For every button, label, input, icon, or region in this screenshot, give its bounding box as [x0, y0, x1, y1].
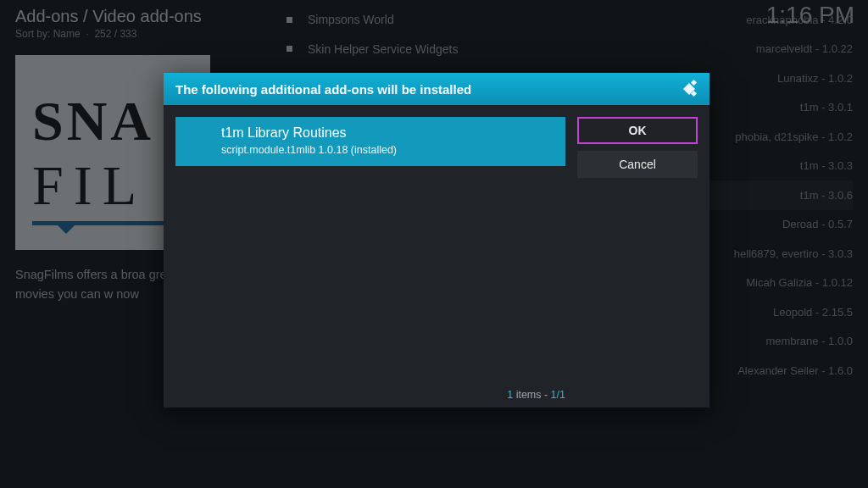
dialog-footer: 1 items - 1/1	[507, 389, 565, 401]
dependencies-dialog: The following additional add-ons will be…	[164, 73, 709, 408]
footer-items-label: items -	[513, 389, 550, 401]
ok-button[interactable]: OK	[577, 117, 698, 144]
dependency-detail: script.module.t1mlib 1.0.18 (installed)	[221, 144, 552, 156]
footer-page: 1/1	[551, 389, 565, 401]
cancel-button[interactable]: Cancel	[577, 151, 698, 178]
dialog-body: t1m Library Routines script.module.t1mli…	[164, 105, 709, 408]
dependency-list: t1m Library Routines script.module.t1mli…	[164, 105, 577, 408]
kodi-logo-icon	[681, 80, 698, 97]
dialog-buttons: OK Cancel	[577, 105, 709, 408]
dialog-header: The following additional add-ons will be…	[164, 73, 709, 105]
dialog-title: The following additional add-ons will be…	[175, 82, 681, 97]
dependency-name: t1m Library Routines	[221, 125, 552, 141]
dependency-item[interactable]: t1m Library Routines script.module.t1mli…	[175, 117, 565, 166]
